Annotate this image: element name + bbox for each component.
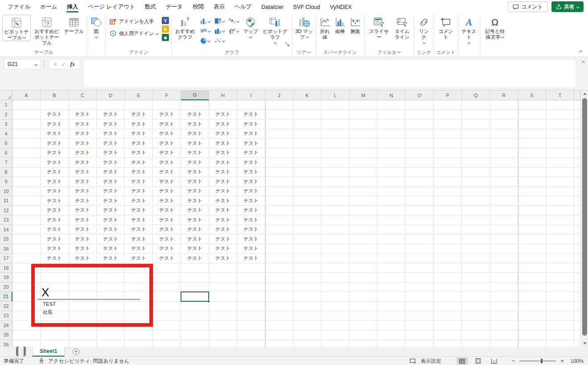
- cell-M2[interactable]: [350, 110, 378, 120]
- cell-A12[interactable]: [12, 206, 41, 216]
- cell-P14[interactable]: [434, 225, 462, 235]
- cell-I18[interactable]: [237, 263, 265, 273]
- cell-I23[interactable]: [237, 311, 265, 321]
- people-graph-addin-icon[interactable]: ☻: [162, 34, 169, 41]
- cell-C1[interactable]: [69, 100, 97, 110]
- cell-B15[interactable]: テスト: [41, 234, 69, 244]
- cell-P3[interactable]: [434, 119, 462, 129]
- recommended-charts-button[interactable]: ? おすすめグラフ: [173, 15, 197, 40]
- cell-T10[interactable]: [546, 187, 574, 197]
- cell-N23[interactable]: [378, 311, 406, 321]
- cell-B8[interactable]: テスト: [41, 168, 69, 177]
- cell-Q1[interactable]: [462, 100, 490, 110]
- cell-T24[interactable]: [546, 321, 574, 331]
- cell-M3[interactable]: [350, 119, 378, 129]
- cell-L12[interactable]: [321, 206, 350, 216]
- illustrations-button[interactable]: 図: [88, 15, 104, 40]
- cell-F11[interactable]: テスト: [153, 196, 181, 206]
- cell-F22[interactable]: [153, 302, 181, 312]
- cell-J12[interactable]: [265, 206, 293, 216]
- cell-F20[interactable]: [153, 283, 181, 292]
- cell-A15[interactable]: [12, 234, 41, 244]
- cell-J8[interactable]: [265, 168, 293, 177]
- cell-J15[interactable]: [265, 234, 293, 244]
- cell-D2[interactable]: テスト: [97, 110, 125, 120]
- cell-T26[interactable]: [546, 340, 574, 347]
- cell-I8[interactable]: テスト: [237, 168, 265, 177]
- column-header-G[interactable]: G: [181, 90, 209, 100]
- cell-J26[interactable]: [265, 340, 293, 347]
- cell-H15[interactable]: テスト: [209, 234, 237, 244]
- row-header-5[interactable]: 5: [0, 139, 12, 148]
- cell-D10[interactable]: テスト: [97, 187, 125, 197]
- cell-G19[interactable]: [181, 273, 209, 283]
- row-header-4[interactable]: 4: [0, 129, 12, 139]
- cell-J18[interactable]: [265, 263, 293, 273]
- cell-I17[interactable]: テスト: [237, 254, 265, 263]
- cell-B16[interactable]: テスト: [41, 244, 69, 254]
- cell-G10[interactable]: テスト: [181, 187, 209, 197]
- cell-A1[interactable]: [12, 100, 41, 110]
- cell-M9[interactable]: [350, 177, 378, 187]
- cell-K4[interactable]: [293, 129, 321, 139]
- accessibility-status[interactable]: アクセシビリティ: 問題ありません: [48, 358, 129, 365]
- cell-Q19[interactable]: [462, 273, 490, 283]
- cell-F24[interactable]: [153, 321, 181, 331]
- cell-I15[interactable]: テスト: [237, 234, 265, 244]
- cell-P12[interactable]: [434, 206, 462, 216]
- cell-C11[interactable]: テスト: [69, 196, 97, 206]
- cell-G4[interactable]: テスト: [181, 129, 209, 139]
- cell-L1[interactable]: [321, 100, 350, 110]
- cell-O19[interactable]: [406, 273, 434, 283]
- cell-B2[interactable]: テスト: [41, 110, 69, 120]
- cell-Q8[interactable]: [462, 168, 490, 177]
- cell-C3[interactable]: テスト: [69, 119, 97, 129]
- scatter-chart-button[interactable]: [212, 36, 226, 45]
- cell-E16[interactable]: テスト: [125, 244, 153, 254]
- cell-N9[interactable]: [378, 177, 406, 187]
- cell-B6[interactable]: テスト: [41, 148, 69, 158]
- cell-G17[interactable]: テスト: [181, 254, 209, 263]
- cell-G11[interactable]: テスト: [181, 196, 209, 206]
- cell-G14[interactable]: テスト: [181, 225, 209, 235]
- cell-G22[interactable]: [181, 302, 209, 312]
- column-header-J[interactable]: J: [265, 90, 293, 100]
- row-header-17[interactable]: 17: [0, 254, 12, 263]
- cell-K12[interactable]: [293, 206, 321, 216]
- cell-R5[interactable]: [490, 139, 518, 148]
- share-button[interactable]: 共有: [551, 1, 584, 12]
- cell-G8[interactable]: テスト: [181, 168, 209, 177]
- tab-Datalizer[interactable]: Datalizer: [256, 1, 288, 13]
- sparkline-column-button[interactable]: 縦棒: [333, 15, 348, 34]
- cell-C4[interactable]: テスト: [69, 129, 97, 139]
- cell-J24[interactable]: [265, 321, 293, 331]
- cell-R20[interactable]: [490, 283, 518, 292]
- cell-K17[interactable]: [293, 254, 321, 263]
- cell-M1[interactable]: [350, 100, 378, 110]
- bing-addin-icon[interactable]: b: [162, 25, 169, 33]
- cell-O8[interactable]: [406, 168, 434, 177]
- column-header-K[interactable]: K: [293, 90, 321, 100]
- cell-K25[interactable]: [293, 330, 321, 340]
- cell-R23[interactable]: [490, 311, 518, 321]
- cell-M26[interactable]: [350, 340, 378, 347]
- cell-K8[interactable]: [293, 168, 321, 177]
- row-header-25[interactable]: 25: [0, 330, 12, 340]
- column-header-B[interactable]: B: [41, 90, 69, 100]
- cell-A9[interactable]: [12, 177, 41, 187]
- cell-I6[interactable]: テスト: [237, 148, 265, 158]
- cell-O24[interactable]: [406, 321, 434, 331]
- cell-R3[interactable]: [490, 119, 518, 129]
- cell-N26[interactable]: [378, 340, 406, 347]
- comments-button[interactable]: コメント: [508, 1, 548, 12]
- cell-O25[interactable]: [406, 330, 434, 340]
- fx-icon[interactable]: fx: [70, 61, 75, 68]
- cell-F16[interactable]: テスト: [153, 244, 181, 254]
- column-header-R[interactable]: R: [490, 90, 518, 100]
- cell-C9[interactable]: テスト: [69, 177, 97, 187]
- cell-M21[interactable]: [350, 292, 378, 302]
- cell-L16[interactable]: [321, 244, 350, 254]
- cell-J11[interactable]: [265, 196, 293, 206]
- cell-P26[interactable]: [434, 340, 462, 347]
- row-header-7[interactable]: 7: [0, 158, 12, 168]
